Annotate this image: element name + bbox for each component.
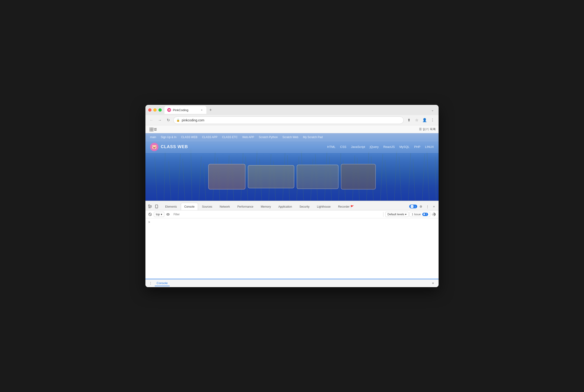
site-logo-icon: 🐷 (150, 143, 159, 151)
tab-memory[interactable]: Memory (257, 203, 274, 210)
traffic-lights (148, 108, 162, 112)
browser-window: 🐷 PinkCoding × + ⌄ ← → ↻ 🔒 pinkcoding.co… (145, 105, 439, 287)
site-top-nav: main Sign Up & In CLASS WEB CLASS APP CL… (145, 133, 439, 141)
site-logo: 🐷 CLASS WEB (150, 143, 188, 151)
tab-list-button[interactable]: ⌄ (429, 107, 436, 113)
site-link-mysql[interactable]: MySQL (399, 145, 409, 148)
issues-counter-badge: ≡ 1 (422, 213, 428, 216)
url-text: pinkcoding.com (182, 118, 401, 122)
hero-img-2 (248, 165, 294, 188)
title-bar: 🐷 PinkCoding × + ⌄ (145, 105, 439, 115)
console-body[interactable]: > (145, 218, 439, 279)
devtools-close-button[interactable]: × (431, 204, 437, 209)
console-filter-input[interactable] (172, 212, 382, 217)
issues-icon: ≡ (411, 205, 413, 208)
site-link-js[interactable]: JavaScript (351, 145, 365, 148)
profile-button[interactable]: 👤 (421, 117, 428, 124)
levels-selector[interactable]: Default levels ▾ (385, 212, 409, 217)
drawer-console-tab[interactable]: Console (155, 280, 170, 286)
device-toolbar-button[interactable] (154, 204, 159, 209)
tab-close-button[interactable]: × (200, 108, 204, 112)
reload-button[interactable]: ↻ (165, 117, 172, 124)
site-nav-signup[interactable]: Sign Up & In (161, 136, 176, 139)
issues-badge[interactable]: ≡ 1 (409, 204, 417, 208)
active-tab[interactable]: 🐷 PinkCoding × (165, 106, 206, 114)
console-clear-button[interactable] (147, 212, 153, 217)
reading-list-button[interactable]: ☰ 읽기 목록 (419, 127, 436, 131)
reading-list-label: 읽기 목록 (423, 127, 436, 131)
site-link-react[interactable]: ReactJS (383, 145, 395, 148)
svg-line-49 (149, 213, 151, 216)
close-button[interactable] (148, 108, 152, 112)
site-nav-webapp[interactable]: Web APP (242, 136, 254, 139)
site-main-nav: 🐷 CLASS WEB HTML CSS JavaScript jQuery R… (145, 141, 439, 153)
site-link-linux[interactable]: LINUX (425, 145, 434, 148)
forward-button[interactable]: → (157, 117, 163, 124)
site-nav-scratch-web[interactable]: Scratch Web (282, 136, 298, 139)
site-link-php[interactable]: PHP (414, 145, 420, 148)
site-nav-main[interactable]: main (150, 136, 156, 139)
drawer-close-button[interactable]: × (430, 280, 436, 286)
site-nav-classetc[interactable]: CLASS ETC (222, 136, 238, 139)
site-nav-my-scratch[interactable]: My Scratch Pad (303, 136, 323, 139)
context-dropdown-icon: ▾ (161, 213, 162, 216)
tab-performance[interactable]: Performance (234, 203, 257, 210)
url-bar[interactable]: 🔒 pinkcoding.com (173, 116, 404, 124)
devtools-tab-end: ≡ 1 ⚙ ⋮ × (409, 204, 437, 210)
tab-elements[interactable]: Elements (162, 203, 180, 210)
context-label: top (156, 213, 160, 216)
maximize-button[interactable] (159, 108, 162, 112)
tab-lighthouse[interactable]: Lighthouse (313, 203, 334, 210)
issues-count: 1 (414, 205, 416, 208)
console-eye-button[interactable] (165, 212, 171, 217)
share-button[interactable]: ⬆ (405, 117, 412, 124)
lock-icon: 🔒 (176, 118, 180, 122)
console-settings-button[interactable] (431, 212, 437, 217)
tab-security[interactable]: Security (296, 203, 313, 210)
devtools-panel: Elements Console Sources Network Perform… (145, 201, 439, 287)
site-link-html[interactable]: HTML (327, 145, 335, 148)
hero-img-3 (297, 164, 339, 189)
site-nav-links: HTML CSS JavaScript jQuery ReactJS MySQL… (327, 145, 434, 148)
site-link-jquery[interactable]: jQuery (370, 145, 379, 148)
apps-button[interactable]: 앱 (148, 126, 158, 132)
site-nav-scratch-python[interactable]: Scratch Python (259, 136, 278, 139)
address-bar: ← → ↻ 🔒 pinkcoding.com ⬆ ☆ 👤 ⋮ (145, 115, 439, 125)
new-tab-button[interactable]: + (207, 107, 214, 113)
drawer-menu-icon[interactable]: ⋮ (148, 281, 153, 286)
hero-images (145, 153, 439, 201)
back-button[interactable]: ← (148, 117, 155, 124)
tab-application[interactable]: Application (275, 203, 295, 210)
hero-img-1 (208, 164, 245, 190)
tab-sources[interactable]: Sources (199, 203, 216, 210)
toolbar-divider (383, 212, 383, 217)
tab-console[interactable]: Console (181, 203, 198, 210)
bottom-drawer: ⋮ Console × (145, 279, 439, 287)
console-prompt-chevron: > (148, 220, 150, 224)
tab-recorder[interactable]: Recorder 🚩 (335, 203, 357, 210)
levels-label: Default levels (387, 213, 404, 216)
context-selector[interactable]: top ▾ (154, 212, 164, 217)
tab-title: PinkCoding (173, 108, 198, 112)
bookmark-button[interactable]: ☆ (413, 117, 420, 124)
tab-network[interactable]: Network (216, 203, 233, 210)
issues-counter[interactable]: 1 Issue: ≡ 1 (409, 212, 430, 217)
issues-counter-label: 1 Issue: (412, 213, 421, 216)
minimize-button[interactable] (153, 108, 157, 112)
console-toolbar: top ▾ Default levels ▾ 1 Issue: ≡ (145, 210, 439, 218)
site-nav-classapp[interactable]: CLASS APP (202, 136, 217, 139)
svg-point-47 (156, 208, 157, 208)
site-link-css[interactable]: CSS (340, 145, 346, 148)
website-content: main Sign Up & In CLASS WEB CLASS APP CL… (145, 133, 439, 201)
devtools-more-button[interactable]: ⋮ (425, 204, 430, 209)
devtools-left-icons (147, 204, 159, 210)
console-prompt: > (148, 220, 436, 224)
tab-favicon: 🐷 (167, 108, 171, 112)
site-nav-classweb[interactable]: CLASS WEB (181, 136, 197, 139)
tab-end-controls: ⌄ (429, 107, 436, 113)
menu-button[interactable]: ⋮ (429, 117, 436, 124)
svg-text:≡: ≡ (424, 214, 425, 215)
tab-bar: 🐷 PinkCoding × + (165, 106, 429, 114)
devtools-settings-button[interactable]: ⚙ (418, 204, 424, 209)
inspect-element-button[interactable] (147, 204, 153, 209)
